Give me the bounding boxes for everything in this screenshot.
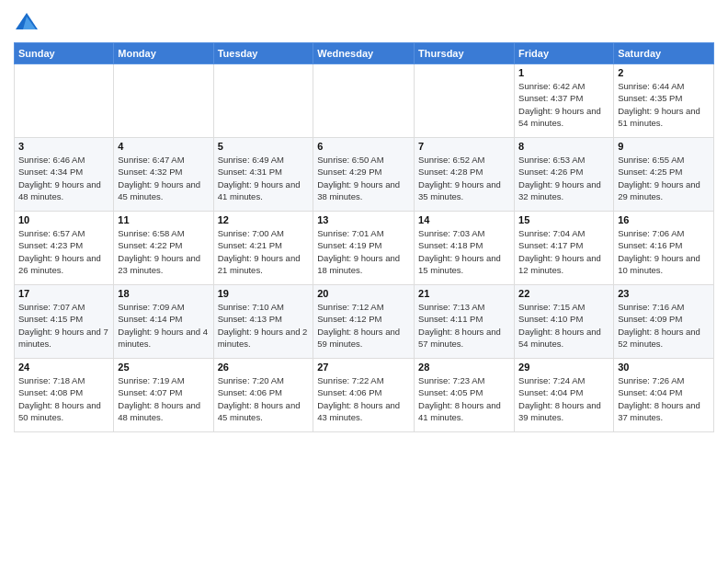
calendar-cell: 29Sunrise: 7:24 AM Sunset: 4:04 PM Dayli… — [515, 359, 614, 432]
day-info: Sunrise: 6:58 AM Sunset: 4:22 PM Dayligh… — [118, 227, 209, 276]
calendar-cell: 5Sunrise: 6:49 AM Sunset: 4:31 PM Daylig… — [213, 138, 313, 212]
day-info: Sunrise: 7:12 AM Sunset: 4:12 PM Dayligh… — [317, 301, 410, 350]
calendar-cell: 20Sunrise: 7:12 AM Sunset: 4:12 PM Dayli… — [313, 285, 415, 359]
day-info: Sunrise: 7:24 AM Sunset: 4:04 PM Dayligh… — [518, 374, 609, 423]
day-info: Sunrise: 7:07 AM Sunset: 4:15 PM Dayligh… — [18, 301, 109, 350]
calendar-week-3: 17Sunrise: 7:07 AM Sunset: 4:15 PM Dayli… — [15, 285, 714, 359]
day-number: 1 — [518, 67, 609, 78]
calendar-cell: 7Sunrise: 6:52 AM Sunset: 4:28 PM Daylig… — [415, 138, 515, 212]
calendar-cell — [415, 64, 515, 138]
day-info: Sunrise: 6:50 AM Sunset: 4:29 PM Dayligh… — [317, 154, 410, 202]
calendar-header-saturday: Saturday — [614, 43, 714, 64]
day-info: Sunrise: 7:15 AM Sunset: 4:10 PM Dayligh… — [518, 301, 609, 350]
calendar-header-thursday: Thursday — [415, 43, 515, 64]
day-number: 8 — [518, 141, 609, 152]
day-number: 9 — [618, 141, 710, 152]
day-number: 5 — [218, 141, 310, 152]
header — [14, 9, 714, 35]
day-number: 20 — [317, 288, 410, 299]
calendar-cell: 8Sunrise: 6:53 AM Sunset: 4:26 PM Daylig… — [515, 138, 614, 212]
day-info: Sunrise: 7:01 AM Sunset: 4:19 PM Dayligh… — [317, 227, 410, 276]
day-info: Sunrise: 6:44 AM Sunset: 4:35 PM Dayligh… — [618, 80, 710, 129]
day-info: Sunrise: 7:00 AM Sunset: 4:21 PM Dayligh… — [218, 227, 310, 276]
calendar-cell: 3Sunrise: 6:46 AM Sunset: 4:34 PM Daylig… — [15, 138, 114, 212]
calendar-cell: 28Sunrise: 7:23 AM Sunset: 4:05 PM Dayli… — [415, 359, 515, 432]
day-info: Sunrise: 6:46 AM Sunset: 4:34 PM Dayligh… — [18, 154, 109, 202]
calendar-header-row: SundayMondayTuesdayWednesdayThursdayFrid… — [15, 43, 714, 64]
calendar-cell: 13Sunrise: 7:01 AM Sunset: 4:19 PM Dayli… — [313, 212, 415, 285]
day-number: 12 — [218, 214, 310, 225]
day-number: 11 — [118, 214, 209, 225]
calendar-cell: 15Sunrise: 7:04 AM Sunset: 4:17 PM Dayli… — [515, 212, 614, 285]
logo — [14, 9, 43, 35]
day-info: Sunrise: 7:04 AM Sunset: 4:17 PM Dayligh… — [518, 227, 609, 276]
day-info: Sunrise: 7:20 AM Sunset: 4:06 PM Dayligh… — [218, 374, 310, 423]
day-info: Sunrise: 7:18 AM Sunset: 4:08 PM Dayligh… — [18, 374, 109, 423]
day-info: Sunrise: 7:16 AM Sunset: 4:09 PM Dayligh… — [618, 301, 710, 350]
day-info: Sunrise: 7:06 AM Sunset: 4:16 PM Dayligh… — [618, 227, 710, 276]
calendar-cell — [15, 64, 114, 138]
calendar-cell: 11Sunrise: 6:58 AM Sunset: 4:22 PM Dayli… — [114, 212, 213, 285]
day-number: 16 — [618, 214, 710, 225]
day-number: 29 — [518, 362, 609, 373]
day-number: 18 — [118, 288, 209, 299]
calendar-cell: 26Sunrise: 7:20 AM Sunset: 4:06 PM Dayli… — [213, 359, 313, 432]
calendar-cell: 12Sunrise: 7:00 AM Sunset: 4:21 PM Dayli… — [213, 212, 313, 285]
day-number: 17 — [18, 288, 109, 299]
calendar-cell: 10Sunrise: 6:57 AM Sunset: 4:23 PM Dayli… — [15, 212, 114, 285]
day-number: 21 — [418, 288, 510, 299]
day-info: Sunrise: 7:03 AM Sunset: 4:18 PM Dayligh… — [418, 227, 510, 276]
calendar-week-4: 24Sunrise: 7:18 AM Sunset: 4:08 PM Dayli… — [15, 359, 714, 432]
day-number: 23 — [618, 288, 710, 299]
calendar-cell: 19Sunrise: 7:10 AM Sunset: 4:13 PM Dayli… — [213, 285, 313, 359]
calendar-cell: 25Sunrise: 7:19 AM Sunset: 4:07 PM Dayli… — [114, 359, 213, 432]
calendar-cell: 27Sunrise: 7:22 AM Sunset: 4:06 PM Dayli… — [313, 359, 415, 432]
calendar-cell: 22Sunrise: 7:15 AM Sunset: 4:10 PM Dayli… — [515, 285, 614, 359]
calendar-cell: 1Sunrise: 6:42 AM Sunset: 4:37 PM Daylig… — [515, 64, 614, 138]
calendar-cell: 30Sunrise: 7:26 AM Sunset: 4:04 PM Dayli… — [614, 359, 714, 432]
day-info: Sunrise: 6:42 AM Sunset: 4:37 PM Dayligh… — [518, 80, 609, 129]
day-number: 7 — [418, 141, 510, 152]
day-info: Sunrise: 6:53 AM Sunset: 4:26 PM Dayligh… — [518, 154, 609, 202]
calendar-cell: 18Sunrise: 7:09 AM Sunset: 4:14 PM Dayli… — [114, 285, 213, 359]
day-number: 22 — [518, 288, 609, 299]
calendar-cell: 21Sunrise: 7:13 AM Sunset: 4:11 PM Dayli… — [415, 285, 515, 359]
calendar-header-friday: Friday — [515, 43, 614, 64]
calendar-header-wednesday: Wednesday — [313, 43, 415, 64]
calendar-header-monday: Monday — [114, 43, 213, 64]
calendar-body: 1Sunrise: 6:42 AM Sunset: 4:37 PM Daylig… — [15, 64, 714, 432]
calendar-week-1: 3Sunrise: 6:46 AM Sunset: 4:34 PM Daylig… — [15, 138, 714, 212]
day-number: 15 — [518, 214, 609, 225]
day-info: Sunrise: 6:57 AM Sunset: 4:23 PM Dayligh… — [18, 227, 109, 276]
day-info: Sunrise: 7:26 AM Sunset: 4:04 PM Dayligh… — [618, 374, 710, 423]
day-number: 10 — [18, 214, 109, 225]
day-number: 3 — [18, 141, 109, 152]
page: SundayMondayTuesdayWednesdayThursdayFrid… — [0, 0, 728, 563]
day-number: 25 — [118, 362, 209, 373]
day-number: 4 — [118, 141, 209, 152]
day-number: 28 — [418, 362, 510, 373]
calendar-cell: 6Sunrise: 6:50 AM Sunset: 4:29 PM Daylig… — [313, 138, 415, 212]
day-info: Sunrise: 6:55 AM Sunset: 4:25 PM Dayligh… — [618, 154, 710, 202]
day-info: Sunrise: 7:10 AM Sunset: 4:13 PM Dayligh… — [218, 301, 310, 350]
day-number: 13 — [317, 214, 410, 225]
day-info: Sunrise: 6:47 AM Sunset: 4:32 PM Dayligh… — [118, 154, 209, 202]
calendar: SundayMondayTuesdayWednesdayThursdayFrid… — [14, 42, 714, 432]
day-info: Sunrise: 7:13 AM Sunset: 4:11 PM Dayligh… — [418, 301, 510, 350]
calendar-cell: 4Sunrise: 6:47 AM Sunset: 4:32 PM Daylig… — [114, 138, 213, 212]
calendar-header-sunday: Sunday — [15, 43, 114, 64]
day-number: 27 — [317, 362, 410, 373]
calendar-cell: 17Sunrise: 7:07 AM Sunset: 4:15 PM Dayli… — [15, 285, 114, 359]
day-number: 19 — [218, 288, 310, 299]
day-info: Sunrise: 7:19 AM Sunset: 4:07 PM Dayligh… — [118, 374, 209, 423]
calendar-cell: 9Sunrise: 6:55 AM Sunset: 4:25 PM Daylig… — [614, 138, 714, 212]
day-info: Sunrise: 7:09 AM Sunset: 4:14 PM Dayligh… — [118, 301, 209, 350]
day-info: Sunrise: 6:49 AM Sunset: 4:31 PM Dayligh… — [218, 154, 310, 202]
day-info: Sunrise: 7:23 AM Sunset: 4:05 PM Dayligh… — [418, 374, 510, 423]
calendar-cell — [114, 64, 213, 138]
calendar-cell — [313, 64, 415, 138]
calendar-cell: 23Sunrise: 7:16 AM Sunset: 4:09 PM Dayli… — [614, 285, 714, 359]
calendar-cell: 2Sunrise: 6:44 AM Sunset: 4:35 PM Daylig… — [614, 64, 714, 138]
logo-icon — [14, 9, 40, 35]
day-number: 24 — [18, 362, 109, 373]
